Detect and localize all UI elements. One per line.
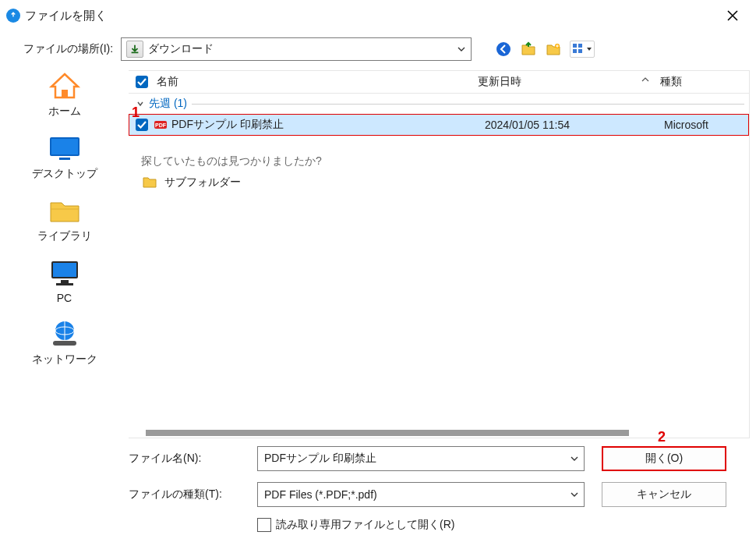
location-row: ファイルの場所(I): ダウンロード	[0, 31, 756, 67]
sidebar-item-desktop[interactable]: デスクトップ	[32, 133, 97, 181]
location-dropdown[interactable]: ダウンロード	[121, 37, 472, 61]
sidebar-item-pc[interactable]: PC	[46, 257, 83, 304]
library-icon	[46, 195, 83, 226]
svg-rect-8	[62, 90, 68, 98]
sidebar-item-label: ライブラリ	[37, 229, 92, 243]
column-header-date-label: 更新日時	[478, 75, 521, 89]
file-type: Microsoft	[664, 119, 748, 131]
svg-rect-10	[51, 139, 78, 154]
annotation-2: 2	[658, 429, 666, 445]
annotation-1: 1	[132, 105, 140, 121]
location-toolbar	[495, 41, 595, 58]
readonly-row: 読み取り専用ファイルとして開く(R)	[257, 518, 726, 532]
filetype-label: ファイルの種類(T):	[129, 488, 249, 502]
svg-rect-13	[53, 263, 76, 277]
group-label: 先週 (1)	[149, 97, 187, 111]
svg-text:PDF: PDF	[155, 122, 167, 128]
select-all-checkbox[interactable]	[133, 73, 150, 90]
file-row[interactable]: PDF PDFサンプル 印刷禁止 2024/01/05 11:54 Micros…	[129, 114, 749, 136]
new-folder-icon[interactable]	[545, 41, 562, 58]
sidebar-item-home[interactable]: ホーム	[46, 70, 83, 119]
subfolder-label: サブフォルダー	[164, 176, 241, 190]
group-divider	[192, 104, 744, 105]
sidebar-item-label: ネットワーク	[32, 353, 97, 367]
location-label: ファイルの場所(I):	[23, 42, 113, 56]
file-open-dialog: ファイルを開く ファイルの場所(I): ダウンロード	[0, 0, 756, 546]
svg-rect-14	[61, 280, 69, 283]
up-folder-icon[interactable]	[520, 41, 537, 58]
sidebar-item-label: PC	[57, 292, 72, 304]
places-sidebar: ホーム デスクトップ ライブラリ PC	[0, 70, 129, 546]
filename-label: ファイル名(N):	[129, 452, 249, 466]
column-header-date[interactable]: 更新日時	[478, 75, 657, 89]
home-icon	[46, 70, 83, 101]
app-icon	[6, 9, 20, 23]
dropdown-caret-icon[interactable]	[565, 447, 584, 470]
svg-rect-6	[573, 49, 577, 53]
network-icon	[46, 318, 83, 349]
folder-icon	[141, 174, 158, 191]
sidebar-item-network[interactable]: ネットワーク	[32, 318, 97, 367]
window-title: ファイルを開く	[25, 9, 107, 23]
desktop-icon	[46, 133, 83, 164]
filetype-value: PDF Files (*.PDF;*.pdf)	[264, 488, 377, 501]
file-list-panel: 名前 更新日時 種類 1 先週 (1)	[129, 70, 756, 546]
view-menu-icon[interactable]	[570, 41, 595, 58]
file-name: PDFサンプル 印刷禁止	[171, 118, 485, 132]
group-header[interactable]: 先週 (1)	[129, 94, 749, 114]
bottom-controls: 2 ファイル名(N): PDFサンプル 印刷禁止 開く(O) ファイルの種類(T…	[129, 438, 750, 546]
svg-rect-11	[59, 158, 70, 160]
svg-rect-7	[578, 49, 582, 53]
close-button[interactable]	[717, 0, 748, 31]
subfolder-link[interactable]: サブフォルダー	[129, 172, 749, 193]
svg-rect-19	[136, 76, 148, 88]
filetype-dropdown[interactable]: PDF Files (*.PDF;*.pdf)	[257, 482, 585, 507]
svg-point-2	[496, 42, 510, 56]
column-header-name[interactable]: 名前	[150, 75, 478, 89]
svg-rect-1	[132, 52, 139, 54]
cancel-button[interactable]: キャンセル	[602, 482, 726, 507]
scrollbar-thumb[interactable]	[146, 430, 629, 436]
filename-value: PDFサンプル 印刷禁止	[264, 452, 376, 466]
dropdown-caret-icon	[452, 38, 471, 60]
pc-icon	[46, 257, 83, 289]
column-header-row: 名前 更新日時 種類	[129, 70, 750, 94]
titlebar: ファイルを開く	[0, 0, 756, 31]
readonly-label: 読み取り専用ファイルとして開く(R)	[276, 518, 454, 532]
sidebar-item-library[interactable]: ライブラリ	[37, 195, 92, 243]
open-button[interactable]: 開く(O)	[602, 446, 726, 471]
readonly-checkbox[interactable]	[257, 518, 271, 532]
sidebar-item-label: ホーム	[48, 105, 81, 119]
sidebar-item-label: デスクトップ	[32, 167, 97, 181]
svg-rect-5	[578, 44, 582, 48]
svg-rect-4	[573, 44, 577, 48]
search-hint: 探していたものは見つかりましたか?	[129, 151, 749, 172]
filetype-row: ファイルの種類(T): PDF Files (*.PDF;*.pdf) キャンセ…	[129, 482, 726, 507]
location-value: ダウンロード	[148, 42, 214, 56]
filename-input[interactable]: PDFサンプル 印刷禁止	[257, 446, 585, 471]
svg-rect-15	[56, 283, 73, 285]
svg-rect-18	[53, 341, 76, 346]
downloads-folder-icon	[126, 41, 143, 58]
file-date: 2024/01/05 11:54	[485, 119, 664, 131]
filename-row: ファイル名(N): PDFサンプル 印刷禁止 開く(O)	[129, 446, 726, 471]
dialog-body: ホーム デスクトップ ライブラリ PC	[0, 70, 756, 546]
sort-caret-icon	[641, 73, 649, 85]
column-header-type[interactable]: 種類	[657, 75, 749, 89]
back-icon[interactable]	[495, 41, 512, 58]
file-list: 1 先週 (1) PDF PDFサンプル 印刷禁止 2024/01/05 11:…	[129, 94, 750, 438]
pdf-file-icon: PDF	[153, 117, 168, 133]
dropdown-caret-icon[interactable]	[565, 483, 584, 506]
